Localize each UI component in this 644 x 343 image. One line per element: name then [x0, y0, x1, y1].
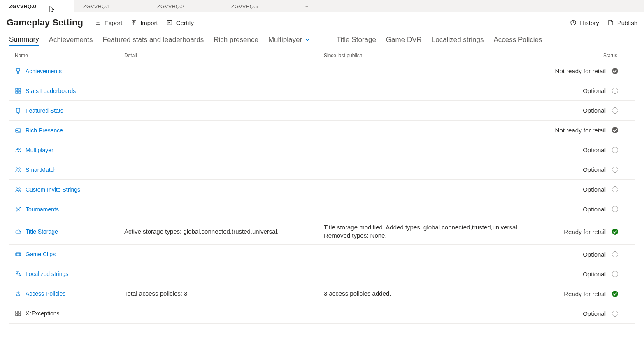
table-row: Title StorageActive storage types: globa…	[9, 219, 635, 245]
grid-icon	[15, 310, 21, 317]
pivot-label: Rich presence	[214, 36, 258, 44]
people-icon	[15, 186, 21, 193]
name-cell: Custom Invite Strings	[9, 186, 124, 193]
export-button[interactable]: Export	[95, 19, 122, 26]
circle-empty-icon	[612, 271, 618, 277]
publish-label: Publish	[617, 19, 637, 26]
status-cell: Optional	[552, 251, 606, 258]
publish-button[interactable]: Publish	[607, 19, 637, 26]
table-row: Access PoliciesTotal access policies: 33…	[9, 284, 635, 304]
table-row: Rich PresenceNot ready for retail	[9, 121, 635, 140]
status-cell: Optional	[552, 186, 606, 193]
upload-icon	[130, 19, 137, 26]
name-cell: Title Storage	[9, 228, 124, 235]
table-row: SmartMatchOptional	[9, 160, 635, 180]
status-icon-cell	[606, 147, 618, 153]
publish-icon	[607, 19, 614, 26]
top-tab-strip: ZGVVHQ.0 ZGVVHQ.1 ZGVVHQ.2 ZGVVHQ.6 +	[0, 0, 644, 12]
table-row: XrExceptionsOptional	[9, 304, 635, 324]
tab-1[interactable]: ZGVVHQ.1	[74, 0, 148, 12]
name-cell: Access Policies	[9, 290, 124, 297]
col-status[interactable]: Status	[552, 53, 618, 58]
table-row: MultiplayerOptional	[9, 140, 635, 160]
row-name-link[interactable]: Game Clips	[26, 251, 56, 257]
circle-empty-icon	[612, 167, 618, 173]
tab-3[interactable]: ZGVVHQ.6	[222, 0, 296, 12]
pivot-label: Access Policies	[493, 36, 542, 44]
table-row: Custom Invite StringsOptional	[9, 180, 635, 199]
certify-label: Certify	[176, 19, 194, 26]
pivot-rich-presence[interactable]: Rich presence	[214, 36, 258, 46]
circle-empty-icon	[612, 147, 618, 153]
status-cell: Optional	[552, 166, 606, 173]
import-button[interactable]: Import	[130, 19, 158, 26]
history-icon	[570, 19, 577, 26]
status-icon-cell	[606, 68, 618, 74]
cloud-icon	[15, 228, 21, 235]
row-name-link[interactable]: Multiplayer	[26, 147, 53, 153]
status-cell: Not ready for retail	[552, 127, 606, 134]
pivot-summary[interactable]: Summary	[9, 35, 39, 46]
row-name-link[interactable]: Featured Stats	[26, 107, 63, 114]
pivot-label: Achievements	[49, 36, 93, 44]
pivot-label: Summary	[9, 35, 39, 44]
name-cell: Achievements	[9, 68, 124, 74]
status-cell: Optional	[552, 310, 606, 317]
tab-label: ZGVVHQ.2	[157, 3, 184, 9]
table-row: Game ClipsOptional	[9, 245, 635, 264]
pivot-label: Game DVR	[386, 36, 422, 44]
row-name-link[interactable]: Title Storage	[26, 228, 58, 235]
row-name-link[interactable]: Rich Presence	[26, 127, 63, 134]
share-icon	[15, 290, 21, 297]
pivot-achievements[interactable]: Achievements	[49, 36, 93, 46]
table-row: AchievementsNot ready for retail	[9, 61, 635, 81]
row-name-link: XrExceptions	[26, 310, 59, 317]
tab-label: ZGVVHQ.0	[9, 3, 36, 9]
row-name-link[interactable]: SmartMatch	[26, 167, 56, 173]
row-name-link[interactable]: Access Policies	[26, 290, 65, 297]
row-name-link[interactable]: Tournaments	[26, 206, 59, 213]
pivot-featured-stats[interactable]: Featured stats and leaderboards	[103, 36, 204, 46]
pivot-game-dvr[interactable]: Game DVR	[386, 36, 422, 46]
col-name[interactable]: Name	[9, 53, 124, 58]
certify-button[interactable]: Certify	[166, 19, 194, 26]
row-name-link[interactable]: Stats Leaderboards	[26, 88, 76, 94]
since-cell: Title storage modified. Added types: glo…	[324, 223, 552, 240]
status-icon-cell	[606, 167, 618, 173]
header-actions-right: History Publish	[570, 19, 637, 26]
status-cell: Optional	[552, 206, 606, 213]
status-icon-cell	[606, 271, 618, 277]
circle-empty-icon	[612, 206, 618, 212]
row-name-link[interactable]: Localized strings	[26, 271, 68, 277]
pivot-title-storage[interactable]: Title Storage	[337, 36, 376, 46]
status-cell: Not ready for retail	[552, 67, 606, 74]
col-detail[interactable]: Detail	[124, 53, 324, 58]
pivot-label: Localized strings	[432, 36, 484, 44]
pivot-localized-strings[interactable]: Localized strings	[432, 36, 484, 46]
status-icon-cell	[606, 107, 618, 114]
grid-icon	[15, 88, 21, 94]
pivot-label: Featured stats and leaderboards	[103, 36, 204, 44]
pivot-multiplayer[interactable]: Multiplayer	[268, 36, 310, 46]
detail-cell: Active storage types: global,connected,t…	[124, 227, 324, 236]
svg-point-1	[168, 22, 169, 23]
row-name-link[interactable]: Custom Invite Strings	[26, 186, 80, 193]
tab-2[interactable]: ZGVVHQ.2	[148, 0, 222, 12]
pivot-access-policies[interactable]: Access Policies	[493, 36, 542, 46]
tab-0[interactable]: ZGVVHQ.0	[0, 0, 74, 12]
circle-empty-icon	[612, 186, 618, 192]
name-cell: Rich Presence	[9, 127, 124, 134]
name-cell: Featured Stats	[9, 107, 124, 114]
export-label: Export	[105, 19, 122, 26]
name-cell: SmartMatch	[9, 167, 124, 173]
col-since[interactable]: Since last publish	[324, 53, 552, 58]
pivot-label: Title Storage	[337, 36, 376, 44]
row-name-link[interactable]: Achievements	[26, 68, 62, 74]
history-button[interactable]: History	[570, 19, 599, 26]
tab-add[interactable]: +	[296, 0, 318, 12]
table-row: Localized stringsOptional	[9, 264, 635, 284]
status-icon-cell	[606, 251, 618, 257]
certify-icon	[166, 19, 173, 26]
clip-icon	[15, 251, 21, 257]
circle-empty-icon	[612, 107, 618, 114]
